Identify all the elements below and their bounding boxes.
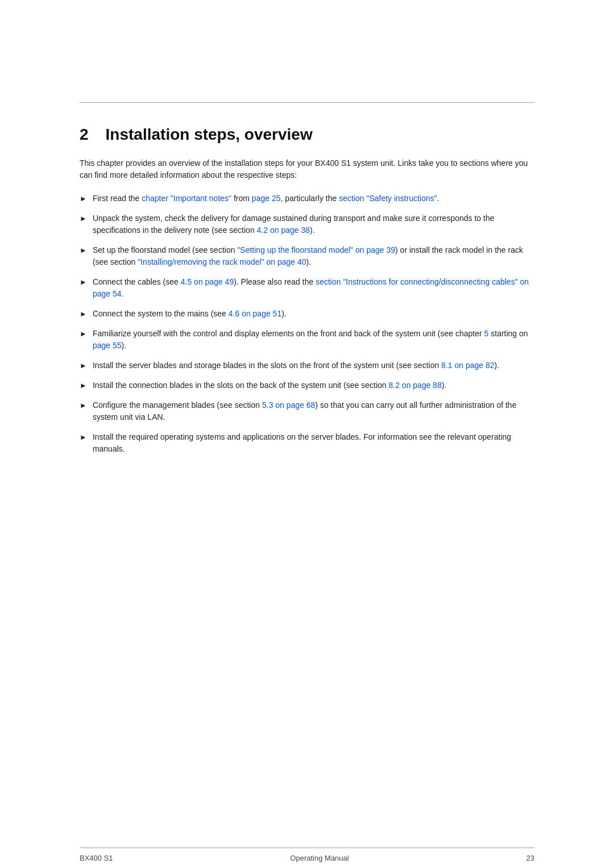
list-item: ► Configure the management blades (see s… xyxy=(80,399,534,423)
link-8-2[interactable]: 8.2 on page 88 xyxy=(389,381,442,390)
link-important-notes[interactable]: chapter "Important notes" xyxy=(142,194,231,203)
bullet-arrow: ► xyxy=(80,432,87,443)
bullet-arrow: ► xyxy=(80,193,87,205)
link-rack-model[interactable]: "Installing/removing the rack model" on … xyxy=(138,257,306,266)
bullet-arrow: ► xyxy=(80,400,87,411)
link-page-25[interactable]: page 25 xyxy=(252,194,281,203)
intro-text: This chapter provides an overview of the… xyxy=(80,157,534,181)
page: 2Installation steps, overview This chapt… xyxy=(0,0,614,868)
list-item: ► Familiarize yourself with the control … xyxy=(80,328,534,352)
chapter-number: 2 xyxy=(80,126,89,143)
link-5-3[interactable]: 5.3 on page 68 xyxy=(262,400,315,410)
footer-title: Operating Manual xyxy=(290,854,349,862)
footer: BX400 S1 Operating Manual 23 xyxy=(0,848,614,868)
link-4-5[interactable]: 4.5 on page 49 xyxy=(181,277,234,286)
bullet-text: Install the required operating systems a… xyxy=(93,431,534,455)
list-item: ► Install the required operating systems… xyxy=(80,431,534,455)
list-item: ► Connect the system to the mains (see 4… xyxy=(80,308,534,320)
link-safety-instructions[interactable]: section "Safety instructions" xyxy=(339,194,437,203)
main-content: 2Installation steps, overview This chapt… xyxy=(0,103,614,848)
bullet-text: Unpack the system, check the delivery fo… xyxy=(93,212,534,236)
bullet-list: ► First read the chapter "Important note… xyxy=(80,193,534,455)
bullet-text: Configure the management blades (see sec… xyxy=(93,399,534,423)
bullet-text: Install the connection blades in the slo… xyxy=(93,379,534,391)
link-floorstand[interactable]: "Setting up the floorstand model" on pag… xyxy=(237,245,395,254)
link-chapter-5[interactable]: 5 xyxy=(484,329,489,338)
bullet-arrow: ► xyxy=(80,380,87,391)
bullet-arrow: ► xyxy=(80,213,87,224)
chapter-title: 2Installation steps, overview xyxy=(80,126,534,144)
bullet-text: Set up the floorstand model (see section… xyxy=(93,244,534,268)
link-4-6[interactable]: 4.6 on page 51 xyxy=(229,309,281,318)
link-connecting-cables[interactable]: section "Instructions for connecting/dis… xyxy=(93,277,529,298)
bullet-arrow: ► xyxy=(80,277,87,288)
footer-page-number: 23 xyxy=(526,854,534,862)
link-4-2[interactable]: 4.2 on page 38 xyxy=(257,226,310,235)
link-page-55[interactable]: page 55 xyxy=(93,341,122,350)
link-8-1[interactable]: 8.1 on page 82 xyxy=(441,361,494,370)
list-item: ► Set up the floorstand model (see secti… xyxy=(80,244,534,268)
bullet-text: Connect the system to the mains (see 4.6… xyxy=(93,308,534,320)
bullet-arrow: ► xyxy=(80,308,87,320)
chapter-title-text: Installation steps, overview xyxy=(106,126,313,143)
bullet-arrow: ► xyxy=(80,245,87,256)
bullet-arrow: ► xyxy=(80,360,87,372)
list-item: ► Unpack the system, check the delivery … xyxy=(80,212,534,236)
bullet-text: First read the chapter "Important notes"… xyxy=(93,193,534,205)
footer-product: BX400 S1 xyxy=(80,854,113,862)
bullet-text: Install the server blades and storage bl… xyxy=(93,360,534,372)
list-item: ► First read the chapter "Important note… xyxy=(80,193,534,205)
bullet-arrow: ► xyxy=(80,328,87,340)
bullet-text: Connect the cables (see 4.5 on page 49).… xyxy=(93,276,534,300)
list-item: ► Connect the cables (see 4.5 on page 49… xyxy=(80,276,534,300)
list-item: ► Install the connection blades in the s… xyxy=(80,379,534,391)
bullet-text: Familiarize yourself with the control an… xyxy=(93,328,534,352)
list-item: ► Install the server blades and storage … xyxy=(80,360,534,372)
